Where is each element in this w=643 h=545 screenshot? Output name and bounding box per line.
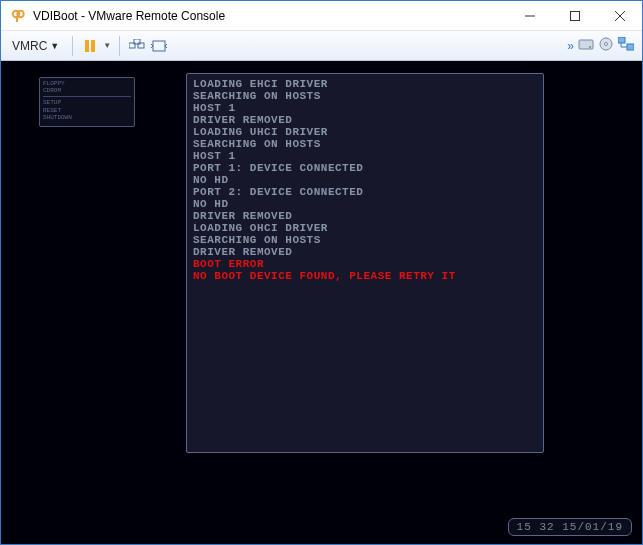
connect-devices-icon[interactable]: »: [567, 39, 574, 53]
pause-icon: [85, 40, 95, 52]
menu-item: FLOPPY: [43, 80, 131, 87]
minimize-button[interactable]: [507, 1, 552, 30]
titlebar: VDIBoot - VMware Remote Console: [1, 1, 642, 31]
vmrc-menu-button[interactable]: VMRC ▼: [5, 36, 66, 56]
window-title: VDIBoot - VMware Remote Console: [33, 9, 507, 23]
pause-button[interactable]: [79, 35, 101, 57]
maximize-button[interactable]: [552, 1, 597, 30]
boot-log-line: LOADING OHCI DRIVER: [193, 222, 537, 234]
menu-item: SETUP: [43, 99, 131, 106]
pause-dropdown[interactable]: ▼: [101, 35, 113, 57]
toolbar: VMRC ▼ ▼ »: [1, 31, 642, 61]
toolbar-separator: [119, 36, 120, 56]
boot-log-line: SEARCHING ON HOSTS: [193, 234, 537, 246]
svg-point-1: [17, 10, 23, 16]
fullscreen-button[interactable]: [148, 35, 170, 57]
app-window: VDIBoot - VMware Remote Console VMRC ▼ ▼: [0, 0, 643, 545]
toolbar-separator: [72, 36, 73, 56]
boot-log-line: PORT 1: DEVICE CONNECTED: [193, 162, 537, 174]
boot-log-line: DRIVER REMOVED: [193, 114, 537, 126]
boot-log-line: DRIVER REMOVED: [193, 246, 537, 258]
boot-log-error-line: NO BOOT DEVICE FOUND, PLEASE RETRY IT: [193, 270, 537, 282]
menu-item: RESET: [43, 107, 131, 114]
boot-menu-panel: FLOPPY CDROM SETUP RESET SHUTDOWN: [39, 77, 135, 127]
svg-rect-4: [570, 11, 579, 20]
svg-rect-15: [618, 37, 625, 43]
close-button[interactable]: [597, 1, 642, 30]
boot-log-line: LOADING EHCI DRIVER: [193, 78, 537, 90]
boot-log-line: NO HD: [193, 198, 537, 210]
vmrc-menu-label: VMRC: [12, 39, 47, 53]
boot-log-line: SEARCHING ON HOSTS: [193, 90, 537, 102]
harddisk-icon[interactable]: [578, 37, 594, 55]
boot-log-line: HOST 1: [193, 102, 537, 114]
boot-log-line: DRIVER REMOVED: [193, 210, 537, 222]
window-controls: [507, 1, 642, 30]
network-icon[interactable]: [618, 37, 634, 55]
app-icon: [9, 7, 27, 25]
boot-log-line: LOADING UHCI DRIVER: [193, 126, 537, 138]
send-cad-button[interactable]: [126, 35, 148, 57]
svg-point-12: [589, 46, 591, 48]
chevron-down-icon: ▼: [50, 41, 59, 51]
svg-rect-11: [579, 40, 593, 49]
boot-log-line: HOST 1: [193, 150, 537, 162]
chevron-down-icon: ▼: [103, 41, 111, 50]
boot-log-line: PORT 2: DEVICE CONNECTED: [193, 186, 537, 198]
menu-item: CDROM: [43, 87, 131, 94]
boot-log-line: NO HD: [193, 174, 537, 186]
send-cad-icon: [129, 39, 145, 53]
fullscreen-icon: [151, 40, 167, 52]
svg-point-14: [605, 42, 608, 45]
boot-log-line: SEARCHING ON HOSTS: [193, 138, 537, 150]
svg-rect-10: [153, 41, 165, 51]
svg-rect-16: [627, 44, 634, 50]
svg-rect-2: [16, 16, 18, 22]
clock-display: 15 32 15/01/19: [508, 518, 632, 536]
boot-log-panel: LOADING EHCI DRIVERSEARCHING ON HOSTSHOS…: [186, 73, 544, 453]
device-icons: »: [567, 36, 638, 56]
menu-item: SHUTDOWN: [43, 114, 131, 121]
console-viewport[interactable]: FLOPPY CDROM SETUP RESET SHUTDOWN LOADIN…: [1, 61, 642, 544]
cdrom-icon[interactable]: [598, 36, 614, 56]
boot-log-error-line: BOOT ERROR: [193, 258, 537, 270]
